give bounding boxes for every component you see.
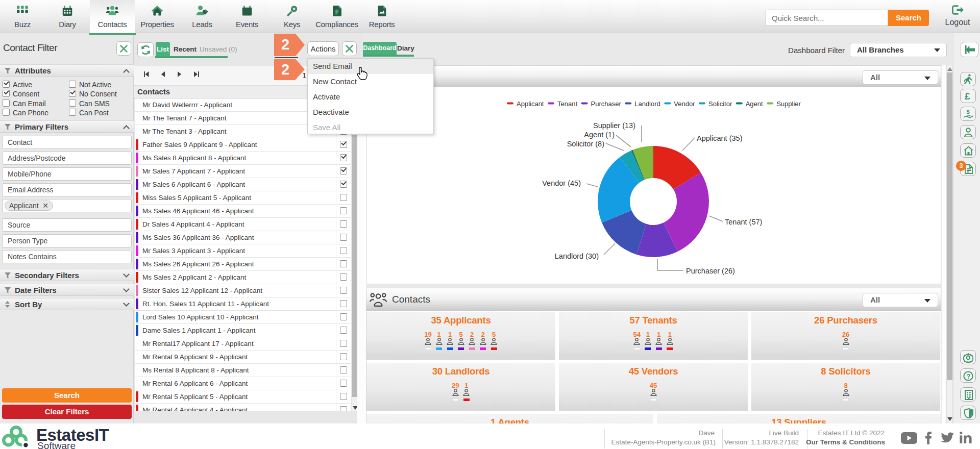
svg-text:Supplier (13): Supplier (13): [593, 121, 635, 130]
svg-text:Landlord: Landlord: [634, 100, 660, 108]
svg-text:Applicant (35): Applicant (35): [697, 134, 742, 142]
svg-text:Agent: Agent: [746, 100, 763, 108]
svg-text:Agent (1): Agent (1): [584, 131, 615, 139]
svg-text:Purchaser: Purchaser: [591, 100, 622, 108]
svg-text:Supplier: Supplier: [776, 100, 801, 108]
svg-text:Solicitor (8): Solicitor (8): [567, 140, 604, 148]
svg-text:Vendor (45): Vendor (45): [542, 179, 581, 187]
svg-text:Tenant: Tenant: [557, 100, 577, 108]
svg-text:Applicant: Applicant: [517, 100, 544, 108]
svg-text:$: $: [967, 109, 970, 115]
svg-text:Solicitor: Solicitor: [708, 100, 732, 108]
svg-text:?: ?: [966, 372, 970, 380]
svg-text:Landlord (30): Landlord (30): [555, 252, 599, 260]
svg-text:Tenant (57): Tenant (57): [725, 218, 762, 226]
svg-text:£: £: [965, 91, 970, 101]
svg-text:Vendor: Vendor: [674, 100, 695, 108]
svg-text:Purchaser (26): Purchaser (26): [686, 267, 735, 275]
